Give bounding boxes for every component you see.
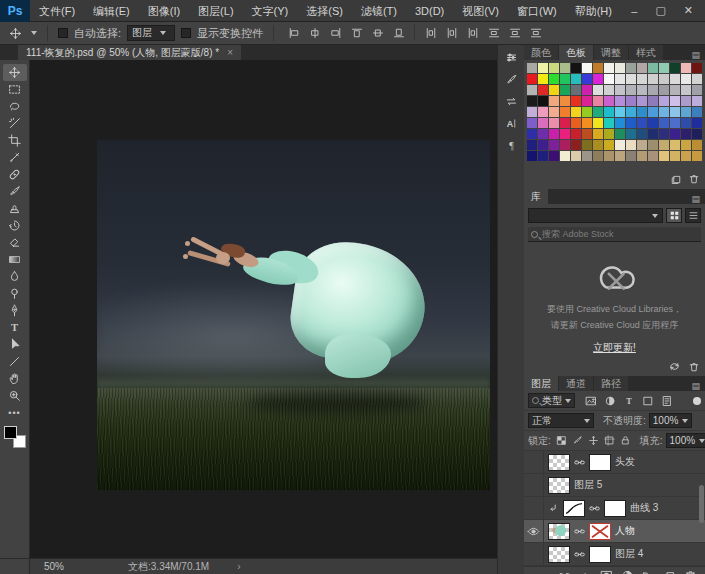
foreground-color-swatch[interactable] xyxy=(4,426,17,439)
color-swatch[interactable] xyxy=(637,151,647,161)
quick-select-tool[interactable] xyxy=(3,115,27,132)
color-swatch[interactable] xyxy=(604,74,614,84)
color-swatch[interactable] xyxy=(593,140,603,150)
color-swatch[interactable] xyxy=(538,118,548,128)
layer-filter-dropdown[interactable]: 类型 xyxy=(528,393,575,408)
color-swatch[interactable] xyxy=(659,151,669,161)
color-swatch[interactable] xyxy=(648,63,658,73)
color-swatch[interactable] xyxy=(615,85,625,95)
color-swatch[interactable] xyxy=(626,129,636,139)
canvas-image[interactable] xyxy=(97,140,490,490)
color-swatch[interactable] xyxy=(527,151,537,161)
menu-帮助[interactable]: 帮助(H) xyxy=(566,0,621,22)
lasso-tool[interactable] xyxy=(3,98,27,115)
align-vertical-centers-icon[interactable] xyxy=(368,24,387,42)
color-swatch[interactable] xyxy=(681,118,691,128)
layer-name[interactable]: 图层 5 xyxy=(574,478,602,492)
color-swatch[interactable] xyxy=(637,118,647,128)
color-swatch[interactable] xyxy=(648,107,658,117)
color-swatch[interactable] xyxy=(626,96,636,106)
color-swatch[interactable] xyxy=(549,140,559,150)
color-swatch[interactable] xyxy=(659,63,669,73)
layer-name[interactable]: 头发 xyxy=(615,455,635,469)
color-swatch[interactable] xyxy=(549,129,559,139)
tab-调整[interactable]: 调整 xyxy=(594,45,628,60)
mask-link-icon[interactable] xyxy=(574,457,585,468)
color-swatch[interactable] xyxy=(593,63,603,73)
align-bottom-edges-icon[interactable] xyxy=(389,24,408,42)
color-swatch[interactable] xyxy=(538,96,548,106)
new-swatch-icon[interactable] xyxy=(670,173,682,185)
color-swatch[interactable] xyxy=(670,118,680,128)
layer-visibility-toggle[interactable] xyxy=(524,451,544,473)
color-swatch[interactable] xyxy=(560,74,570,84)
panel-menu-icon[interactable]: ▤ xyxy=(691,50,701,60)
menu-滤镜[interactable]: 滤镜(T) xyxy=(352,0,406,22)
hand-tool[interactable] xyxy=(3,370,27,387)
color-swatch[interactable] xyxy=(681,151,691,161)
edit-toolbar-icon[interactable]: ••• xyxy=(3,404,27,421)
link-layers-icon[interactable] xyxy=(558,569,571,574)
minimize-button[interactable]: – xyxy=(631,5,637,17)
color-swatch[interactable] xyxy=(648,118,658,128)
color-swatch[interactable] xyxy=(648,129,658,139)
align-horizontal-centers-icon[interactable] xyxy=(305,24,324,42)
add-mask-icon[interactable] xyxy=(600,569,613,574)
color-swatch[interactable] xyxy=(604,63,614,73)
color-swatch[interactable] xyxy=(604,107,614,117)
color-swatch[interactable] xyxy=(637,140,647,150)
color-swatch[interactable] xyxy=(670,140,680,150)
color-swatch[interactable] xyxy=(648,74,658,84)
color-swatch[interactable] xyxy=(615,107,625,117)
color-swatch[interactable] xyxy=(659,85,669,95)
color-swatch[interactable] xyxy=(593,118,603,128)
dodge-tool[interactable] xyxy=(3,285,27,302)
color-swatch[interactable] xyxy=(593,151,603,161)
color-swatch[interactable] xyxy=(659,118,669,128)
zoom-tool[interactable] xyxy=(3,387,27,404)
panel-menu-icon[interactable]: ▤ xyxy=(691,381,701,391)
color-swatch[interactable] xyxy=(681,96,691,106)
delete-library-item-icon[interactable] xyxy=(688,361,700,373)
color-swatch[interactable] xyxy=(648,140,658,150)
color-swatch[interactable] xyxy=(582,96,592,106)
adjustment-filter-icon[interactable] xyxy=(601,392,618,410)
move-tool[interactable] xyxy=(3,64,27,81)
menu-选择[interactable]: 选择(S) xyxy=(297,0,352,22)
layer-mask-thumbnail[interactable] xyxy=(589,454,611,471)
shape-filter-icon[interactable] xyxy=(639,392,656,410)
color-swatch[interactable] xyxy=(659,74,669,84)
layer-row-图层 5[interactable]: 图层 5 xyxy=(524,474,705,497)
fill-field[interactable]: 100% xyxy=(666,433,705,448)
pixel-filter-icon[interactable] xyxy=(582,392,599,410)
pen-tool[interactable] xyxy=(3,302,27,319)
line-tool[interactable] xyxy=(3,353,27,370)
paragraph-icon[interactable]: ¶ xyxy=(500,135,522,155)
delete-swatch-icon[interactable] xyxy=(688,173,700,185)
color-swatch[interactable] xyxy=(692,74,702,84)
color-swatch[interactable] xyxy=(637,85,647,95)
layer-row-图层 4[interactable]: 图层 4 xyxy=(524,543,705,566)
layer-name[interactable]: 人物 xyxy=(615,524,635,538)
tab-样式[interactable]: 样式 xyxy=(629,45,663,60)
color-swatch[interactable] xyxy=(604,96,614,106)
menu-3D[interactable]: 3D(D) xyxy=(406,0,453,22)
color-swatch[interactable] xyxy=(549,85,559,95)
color-swatch[interactable] xyxy=(571,151,581,161)
color-swatch[interactable] xyxy=(659,107,669,117)
align-left-edges-icon[interactable] xyxy=(284,24,303,42)
color-swatch[interactable] xyxy=(626,85,636,95)
auto-select-dropdown[interactable]: 图层 xyxy=(127,25,175,41)
color-swatch[interactable] xyxy=(615,63,625,73)
color-swatch[interactable] xyxy=(560,96,570,106)
color-swatch[interactable] xyxy=(692,63,702,73)
color-swatch[interactable] xyxy=(681,140,691,150)
eyedropper-tool[interactable] xyxy=(3,149,27,166)
type-tool[interactable]: T xyxy=(3,319,27,336)
align-right-edges-icon[interactable] xyxy=(326,24,345,42)
layer-thumbnail[interactable] xyxy=(548,523,570,540)
document-tab[interactable]: 111-恢复的.psd @ 50% (人物, 图层蒙版/8) * × xyxy=(18,45,241,60)
color-swatch[interactable] xyxy=(538,151,548,161)
lock-artboard-icon[interactable] xyxy=(602,434,617,448)
lock-pixels-icon[interactable] xyxy=(570,434,585,448)
